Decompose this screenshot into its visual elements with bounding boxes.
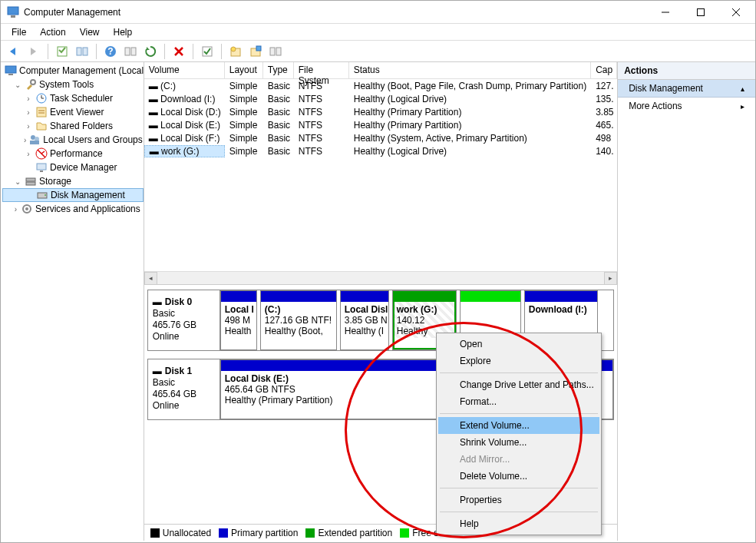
scroll-right-button[interactable]: ▸ <box>604 272 617 285</box>
volume-row[interactable]: ▬ Local Disk (F:)SimpleBasicNTFSHealthy … <box>144 131 617 144</box>
svg-rect-20 <box>270 48 275 55</box>
tree-root[interactable]: Computer Management (Local <box>2 64 144 78</box>
menu-delete-volume[interactable]: Delete Volume... <box>438 468 599 485</box>
menu-shrink-volume[interactable]: Shrink Volume... <box>438 434 599 451</box>
svg-rect-40 <box>26 182 35 185</box>
partition[interactable]: Local I498 MHealth <box>220 290 257 350</box>
users-icon <box>28 134 41 146</box>
delete-icon[interactable] <box>170 43 187 60</box>
tree-local-users[interactable]: ›Local Users and Groups <box>2 133 144 147</box>
partition[interactable]: (C:)127.16 GB NTF!Healthy (Boot, <box>260 290 337 350</box>
tree-label: Local Users and Groups <box>43 134 142 145</box>
actions-header: Actions <box>618 62 755 80</box>
drive-icon: ▬ <box>149 94 160 104</box>
tree-label: Services and Applications <box>35 204 140 214</box>
back-button[interactable] <box>5 43 22 60</box>
tree-performance[interactable]: ›Performance <box>2 147 144 161</box>
menu-add-mirror: Add Mirror... <box>438 451 599 468</box>
svg-rect-33 <box>30 141 39 144</box>
legend-primary: Primary partition <box>219 528 298 538</box>
menu-properties[interactable]: Properties <box>438 492 599 508</box>
submenu-icon <box>741 101 744 111</box>
menu-extend-volume[interactable]: Extend Volume... <box>438 417 599 434</box>
context-menu: Open Explore Change Drive Letter and Pat… <box>436 333 602 535</box>
navigation-tree[interactable]: Computer Management (Local ⌄ System Tool… <box>1 62 144 541</box>
menu-open[interactable]: Open <box>438 336 599 353</box>
minimize-button[interactable] <box>648 1 683 24</box>
volume-row[interactable]: ▬ Download (I:)SimpleBasicNTFSHealthy (L… <box>144 92 617 105</box>
horizontal-scrollbar[interactable]: ◂▸ <box>144 271 617 284</box>
tree-device-manager[interactable]: Device Manager <box>2 161 144 174</box>
window-title: Computer Management <box>24 7 648 18</box>
svg-point-24 <box>31 80 35 84</box>
device-icon <box>35 161 48 174</box>
svg-rect-37 <box>37 164 46 170</box>
refresh-icon[interactable] <box>142 43 159 60</box>
svg-rect-7 <box>77 48 81 55</box>
svg-text:?: ? <box>107 46 113 57</box>
actions-more[interactable]: More Actions <box>618 98 755 114</box>
svg-rect-0 <box>8 7 18 15</box>
collapse-icon <box>741 83 744 94</box>
toolbar-icon-1[interactable] <box>54 43 71 60</box>
toolbar-icon-3[interactable] <box>122 43 139 60</box>
tree-storage[interactable]: ⌄Storage <box>2 174 144 188</box>
col-volume[interactable]: Volume <box>144 62 225 78</box>
volume-row[interactable]: ▬ Local Disk (E:)SimpleBasicNTFSHealthy … <box>144 118 617 131</box>
svg-rect-8 <box>83 48 87 55</box>
menu-format[interactable]: Format... <box>438 393 599 410</box>
tree-event-viewer[interactable]: ›Event Viewer <box>2 105 144 119</box>
actions-pane: Actions Disk Management More Actions <box>618 62 755 541</box>
scroll-left-button[interactable]: ◂ <box>144 272 157 285</box>
forward-button[interactable] <box>25 43 42 60</box>
tree-system-tools[interactable]: ⌄ System Tools <box>2 78 144 91</box>
menu-change-drive-letter[interactable]: Change Drive Letter and Paths... <box>438 376 599 393</box>
col-fs[interactable]: File System <box>294 62 349 78</box>
svg-rect-28 <box>37 108 46 117</box>
tree-label: Disk Management <box>51 190 125 200</box>
tree-label: Storage <box>39 176 71 187</box>
maximize-button[interactable] <box>683 1 718 24</box>
partition[interactable]: Local Disl3.85 GB NHealthy (I <box>340 290 389 350</box>
disk-info: ▬Disk 0 Basic 465.76 GB Online <box>148 290 220 350</box>
help-icon[interactable]: ? <box>102 43 119 60</box>
drive-icon: ▬ <box>149 133 160 144</box>
col-layout[interactable]: Layout <box>225 62 263 78</box>
volume-row[interactable]: ▬ (C:)SimpleBasicNTFSHealthy (Boot, Page… <box>144 79 617 92</box>
volume-row[interactable]: ▬ work (G:)SimpleBasicNTFSHealthy (Logic… <box>144 144 617 157</box>
tree-services[interactable]: ›Services and Applications <box>2 202 144 216</box>
storage-icon <box>25 175 37 187</box>
menu-explore[interactable]: Explore <box>438 353 599 369</box>
menu-view[interactable]: View <box>74 25 106 39</box>
tree-disk-management[interactable]: Disk Management <box>2 188 144 202</box>
svg-rect-21 <box>276 48 281 55</box>
close-button[interactable] <box>718 1 754 24</box>
menu-action[interactable]: Action <box>34 25 71 39</box>
toolbar: ? <box>1 41 755 62</box>
col-status[interactable]: Status <box>349 62 591 78</box>
legend-extended: Extended partition <box>305 528 392 538</box>
svg-point-42 <box>45 194 46 196</box>
svg-rect-3 <box>698 8 705 15</box>
toolbar-icon-2[interactable] <box>74 43 91 60</box>
col-type[interactable]: Type <box>263 62 294 78</box>
tree-task-scheduler[interactable]: ›Task Scheduler <box>2 91 144 105</box>
toolbar-icon-4[interactable] <box>227 43 244 60</box>
svg-point-17 <box>231 47 236 51</box>
volume-list: Volume Layout Type File System Status Ca… <box>144 62 617 285</box>
tree-shared-folders[interactable]: ›Shared Folders <box>2 119 144 133</box>
gear-icon <box>21 203 33 215</box>
toolbar-icon-6[interactable] <box>267 43 284 60</box>
svg-rect-11 <box>125 48 130 55</box>
performance-icon <box>35 147 48 160</box>
menu-help[interactable]: Help <box>438 515 599 532</box>
col-cap[interactable]: Cap <box>591 62 617 78</box>
volume-list-body[interactable]: ▬ (C:)SimpleBasicNTFSHealthy (Boot, Page… <box>144 79 617 271</box>
toolbar-icon-5[interactable] <box>247 43 264 60</box>
menu-file[interactable]: File <box>5 25 32 39</box>
volume-row[interactable]: ▬ Local Disk (D:)SimpleBasicNTFSHealthy … <box>144 105 617 118</box>
toolbar-check-icon[interactable] <box>199 43 216 60</box>
disk-info: ▬Disk 1 Basic 465.64 GB Online <box>148 359 220 419</box>
menu-help[interactable]: Help <box>107 25 139 39</box>
actions-disk-management[interactable]: Disk Management <box>618 80 755 98</box>
